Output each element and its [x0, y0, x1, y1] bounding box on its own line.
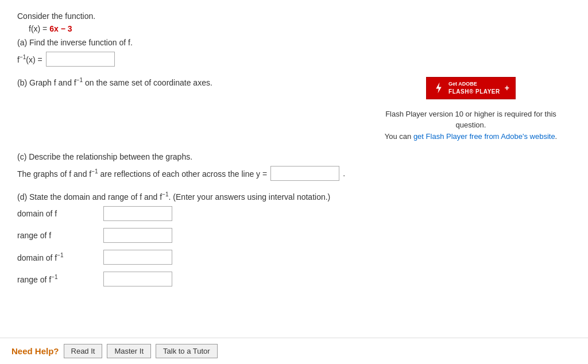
- svg-marker-0: [436, 83, 441, 94]
- part-a-input-row: f−1(x) =: [17, 52, 563, 67]
- flash-icon: [432, 82, 445, 94]
- flash-badge-container: Get ADOBE FLASH® PLAYER +: [379, 77, 563, 104]
- part-b: (b) Graph f and f−1 on the same set of c…: [17, 77, 563, 142]
- part-a: (a) Find the inverse function of f. f−1(…: [17, 38, 563, 67]
- part-c-input-row: The graphs of f and f−1 are reflections …: [17, 166, 563, 181]
- range-f-label: range of f: [17, 231, 98, 240]
- part-b-right: Get ADOBE FLASH® PLAYER + Flash Player v…: [379, 77, 563, 142]
- part-c: (c) Describe the relationship between th…: [17, 152, 563, 181]
- fx-equation: 6x − 3: [49, 24, 72, 33]
- finv-label: f−1(x) =: [17, 54, 42, 64]
- flash-adobe-link[interactable]: get Flash Player free from Adobe's websi…: [413, 132, 555, 141]
- flash-text: Get ADOBE FLASH® PLAYER: [448, 81, 500, 95]
- table-row: domain of f−1: [17, 250, 563, 265]
- table-row: range of f: [17, 228, 563, 243]
- part-c-period: .: [343, 169, 345, 178]
- part-c-label: (c) Describe the relationship between th…: [17, 152, 563, 161]
- domain-range-table: domain of f range of f domain of f−1 ran…: [17, 206, 563, 286]
- flash-message-line1: Flash Player version 10 or higher is req…: [379, 109, 563, 131]
- part-b-label: (b) Graph f and f−1 on the same set of c…: [17, 77, 379, 87]
- domain-f-label: domain of f: [17, 209, 98, 218]
- part-d-label: (d) State the domain and range of f and …: [17, 191, 563, 202]
- part-c-input[interactable]: [270, 166, 339, 181]
- part-b-left: (b) Graph f and f−1 on the same set of c…: [17, 77, 379, 142]
- domain-finv-label: domain of f−1: [17, 252, 98, 262]
- table-row: domain of f: [17, 206, 563, 221]
- finv-input[interactable]: [46, 52, 115, 67]
- part-c-description: The graphs of f and f−1 are reflections …: [17, 168, 267, 179]
- domain-finv-input[interactable]: [103, 250, 172, 265]
- flash-badge: Get ADOBE FLASH® PLAYER +: [426, 77, 516, 99]
- table-row: range of f−1: [17, 272, 563, 286]
- consider-text: Consider the function.: [17, 11, 563, 21]
- part-a-label: (a) Find the inverse function of f.: [17, 38, 563, 47]
- flash-message-line2: You can get Flash Player free from Adobe…: [379, 131, 563, 142]
- range-finv-input[interactable]: [103, 272, 172, 286]
- main-content: Consider the function. f(x) = 6x − 3 (a)…: [17, 11, 563, 286]
- domain-f-input[interactable]: [103, 206, 172, 221]
- flash-message: Flash Player version 10 or higher is req…: [379, 109, 563, 142]
- range-finv-label: range of f−1: [17, 274, 98, 284]
- range-f-input[interactable]: [103, 228, 172, 243]
- fx-equation-line: f(x) = 6x − 3: [29, 24, 563, 33]
- plus-icon: +: [505, 83, 509, 92]
- part-d: (d) State the domain and range of f and …: [17, 191, 563, 286]
- fx-label: f(x) =: [29, 24, 49, 33]
